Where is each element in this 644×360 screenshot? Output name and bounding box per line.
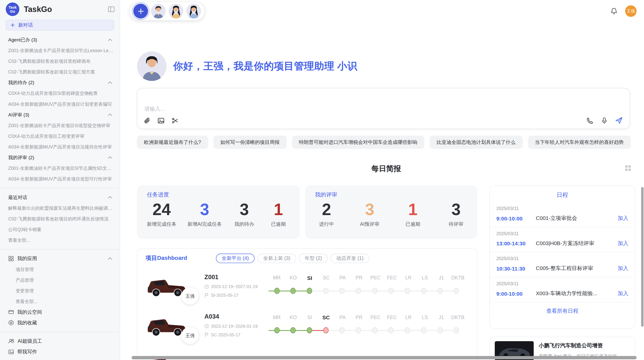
horizontal-scrollbar[interactable] (131, 356, 637, 359)
milestone-label: PEC (367, 314, 384, 321)
sidebar-section-label: 最近对话 (8, 194, 27, 200)
sidebar-item-drawing-icon[interactable]: 创意制图 (0, 357, 120, 360)
stat-values-row: 24新增完成任务3新增AI完成任务3我的待办1已逾期 (147, 199, 290, 228)
stat-value: 1 (267, 199, 290, 219)
project-filter-tab[interactable]: 动总开发 (1) (331, 253, 369, 263)
sidebar-item[interactable]: Z001-全新燃油皮卡产品开发项目SI节点Lesson Learn报告 (0, 45, 120, 56)
sidebar-section-header[interactable]: 我的待办 (2) (0, 77, 120, 88)
project-code: A034 (204, 313, 265, 320)
recent-conversation-item[interactable]: 解释最新出台的欧盟报废车法规再生塑料比例被调至15%... (0, 203, 120, 213)
view-all-apps-link[interactable]: 查看全部... (0, 296, 120, 307)
logo-line2: Go (10, 9, 15, 13)
milestone-dot (307, 288, 312, 294)
vertical-scrollbar[interactable] (641, 187, 644, 327)
event-time: 10:30-11:30 (496, 265, 536, 272)
milestone-dot (405, 327, 410, 333)
sidebar-section-header[interactable]: AI评审 (3) (0, 109, 120, 120)
sidebar-divider (0, 249, 120, 250)
dashboard-columns: 任务进度24新增完成任务3新增AI完成任务3我的待办1已逾期我的评审2进行中3A… (137, 185, 635, 360)
chevron-up-icon (108, 81, 112, 84)
daily-brief-title: 每日简报 (371, 164, 401, 173)
milestone-dot (454, 327, 459, 333)
join-link[interactable]: 加入 (618, 290, 628, 297)
stat-item: 2进行中 (315, 199, 338, 228)
sidebar-item[interactable]: A034-全新新能源MUV产品开发项目造型可行性评审 (0, 173, 120, 184)
conversation-members-pill (129, 2, 205, 20)
member-avatar-2[interactable] (169, 4, 183, 19)
project-row[interactable]: 王强A0342023-12-19~2026-01-19SC-2025-05-17… (145, 313, 477, 338)
join-link[interactable]: 加入 (618, 265, 628, 272)
stat-card-title: 任务进度 (147, 191, 290, 199)
attachment-icon[interactable] (143, 117, 150, 124)
send-icon[interactable] (615, 117, 623, 124)
milestone-dot (274, 327, 280, 333)
sidebar-item[interactable]: A034-全新新能源MUV产品开发项目计划变更表编写 (0, 99, 120, 109)
sidebar-item[interactable]: C02-飞腾新能源轻客改款项目里程碑画布 (0, 56, 120, 67)
stat-label: 待评审 (445, 221, 468, 228)
project-filter-tab[interactable]: 全新平台 (4) (216, 253, 255, 263)
suggestion-chip[interactable]: 如何写一份清晰的项目周报 (213, 136, 287, 149)
add-conversation-icon[interactable] (133, 4, 148, 19)
suggestion-chip[interactable]: 特朗普可能对进口汽车增税会对中国车企造成哪些影响 (292, 136, 424, 149)
sidebar-item-cloud-space-icon[interactable]: 我的云空间 (0, 307, 120, 317)
sidebar-item-my-apps[interactable]: 我的应用 (0, 253, 120, 264)
milestone-dot (405, 288, 410, 294)
sidebar-section-header[interactable]: 我的评审 (2) (0, 152, 120, 163)
main-header: 王强 (120, 0, 644, 21)
sidebar-section-label: 我的待办 (2) (8, 80, 34, 86)
sidebar-item[interactable]: Z001-全新燃油轻卡产品开发项目SI节点属性5D文件评审 (0, 163, 120, 173)
sidebar-item-star-badge-icon[interactable]: 我的收藏 (0, 317, 120, 328)
event-time: 13:00-14:30 (496, 240, 536, 246)
sidebar-item-writing-icon[interactable]: 帮我写作 (0, 347, 120, 357)
scissors-icon[interactable] (171, 117, 178, 124)
suggestion-chip[interactable]: 欧洲新规最近颁布了什么? (137, 136, 208, 149)
milestone-labels: MRKOSISCPAPRPECFECLRLSJ1OKTB (269, 275, 466, 281)
stat-item: 1已逾期 (267, 199, 290, 228)
join-link[interactable]: 加入 (618, 240, 628, 247)
project-filter-tab[interactable]: 年型 (2) (299, 253, 328, 263)
clock-icon (204, 284, 209, 289)
stats-row: 任务进度24新增完成任务3新增AI完成任务3我的待办1已逾期我的评审2进行中3A… (137, 185, 477, 239)
user-avatar[interactable]: 王强 (625, 5, 637, 17)
sidebar-item[interactable]: Z001-全新燃油轻卡产品开发项目SI造型提交物评审 (0, 120, 120, 131)
milestone-dot (356, 327, 361, 333)
member-avatar-1[interactable] (151, 4, 166, 19)
layout-grid-icon[interactable] (625, 165, 631, 171)
stat-card-title: 我的评审 (315, 191, 468, 199)
project-date-range: 2023-12-19~2027-01-19 (204, 284, 265, 289)
suggestion-chip[interactable]: 当下年轻人对汽车外观有怎样的喜好趋势 (528, 136, 631, 149)
sidebar-app-item[interactable]: 变更管理 (0, 285, 120, 296)
recent-conversation-item[interactable]: C02-飞腾新能源轻客改款项目的闭环通告反馈情况 (0, 213, 120, 224)
suggestion-chip[interactable]: 比亚迪全固态电池计划具体说了什么 (430, 136, 522, 149)
panel-collapse-icon[interactable] (108, 6, 115, 13)
milestone-track: MRKOSISCPAPRPECFECLRLSJ1OKTB (269, 275, 466, 298)
sidebar-app-item[interactable]: 项目管理 (0, 264, 120, 275)
join-link[interactable]: 加入 (618, 215, 628, 222)
milestone-dot (437, 327, 443, 333)
sidebar-item[interactable]: A034-全新新能源MUV产品开发项目法规符合性评审 (0, 141, 120, 152)
new-chat-button[interactable]: 新对话 (6, 20, 114, 31)
view-all-conversations-link[interactable]: 查看全部... (0, 235, 120, 245)
phone-icon[interactable] (587, 117, 593, 124)
notification-bell-icon[interactable] (610, 7, 618, 15)
project-info: A0342023-12-19~2026-01-19SC-2025-05-17 (204, 313, 265, 337)
sidebar-item[interactable]: C0X4-动力总成开发项目工程变更评审 (0, 131, 120, 141)
image-icon[interactable] (157, 117, 164, 124)
project-code: Z001 (204, 273, 265, 280)
logo-line1: Task (8, 5, 17, 9)
view-all-schedule-link[interactable]: 查看所有日程 (490, 303, 635, 315)
recent-conversation-item[interactable]: 公司Q3轻卡销量 (0, 224, 120, 235)
chat-input[interactable]: 请输入... (137, 88, 630, 129)
sidebar-item[interactable]: C0X4-动力总成开发项目SI里程碑提交物检查 (0, 88, 120, 99)
project-row[interactable]: 王强Z0012023-12-19~2027-01-19SI-2025-05-17… (145, 273, 477, 299)
sidebar-app-item[interactable]: 产品管理 (0, 275, 120, 285)
milestone-dot (372, 327, 377, 333)
member-avatar-3[interactable] (186, 4, 201, 19)
sidebar-item-ai-staff-icon[interactable]: AI超级员工 (0, 336, 120, 347)
sidebar-item[interactable]: C02-飞腾新能源轻客改款项目立项汇报方案 (0, 67, 120, 77)
sidebar-section-header-recent[interactable]: 最近对话 (0, 192, 120, 203)
sidebar-section-header[interactable]: Agent已办 (3) (0, 35, 120, 45)
project-filter-tab[interactable]: 全新上装 (3) (257, 253, 296, 263)
microphone-icon[interactable] (601, 117, 608, 124)
event-date: 2025/03/11 (496, 281, 628, 286)
